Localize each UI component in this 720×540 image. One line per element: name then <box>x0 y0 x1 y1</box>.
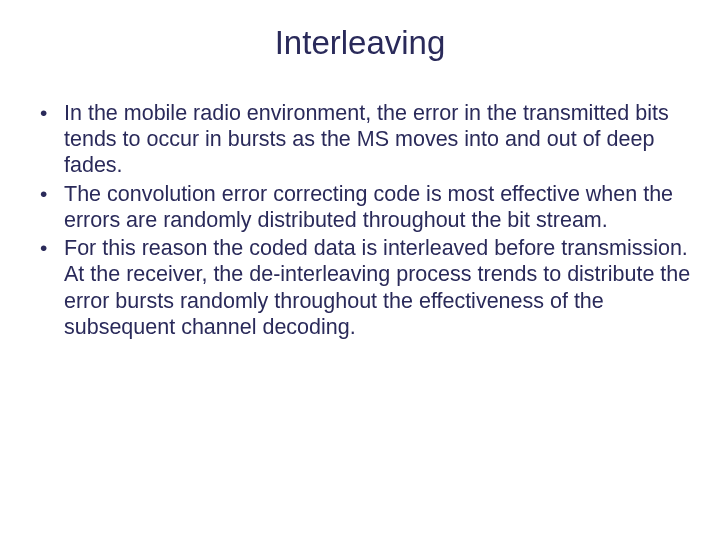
slide-container: Interleaving In the mobile radio environ… <box>0 0 720 540</box>
bullet-item: For this reason the coded data is interl… <box>36 235 702 340</box>
bullet-item: The convolution error correcting code is… <box>36 181 702 233</box>
bullet-item: In the mobile radio environment, the err… <box>36 100 702 179</box>
bullet-list: In the mobile radio environment, the err… <box>18 100 702 340</box>
slide-title: Interleaving <box>18 24 702 62</box>
